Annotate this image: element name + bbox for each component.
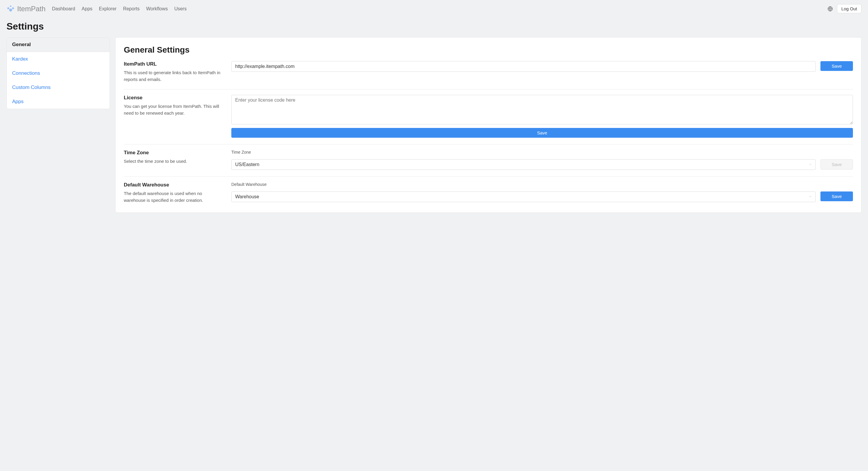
nav-reports[interactable]: Reports (123, 6, 140, 11)
itempath-url-input[interactable] (231, 61, 816, 72)
license-label: License (124, 95, 224, 101)
content: General Settings ItemPath URL This is us… (115, 37, 862, 213)
license-save-button[interactable]: Save (231, 128, 853, 138)
setting-itempath-url: ItemPath URL This is used to generate li… (124, 61, 853, 90)
license-textarea[interactable] (231, 95, 853, 124)
warehouse-desc: The default warehouse is used when no wa… (124, 190, 224, 203)
warehouse-select[interactable]: Warehouse (231, 191, 816, 202)
svg-point-1 (7, 7, 9, 9)
setting-left: ItemPath URL This is used to generate li… (124, 61, 224, 83)
itempath-url-label: ItemPath URL (124, 61, 224, 67)
warehouse-label: Default Warehouse (124, 182, 224, 188)
license-desc: You can get your license from ItemPath. … (124, 103, 224, 117)
logo-icon (6, 5, 15, 13)
timezone-value: US/Eastern (235, 162, 259, 167)
topbar-right: Log Out (828, 4, 862, 13)
itempath-url-save-button[interactable]: Save (820, 61, 853, 71)
layout: General Kardex Connections Custom Column… (0, 37, 868, 219)
nav-links: Dashboard Apps Explorer Reports Workflow… (52, 6, 828, 11)
nav-dashboard[interactable]: Dashboard (52, 6, 75, 11)
warehouse-sublabel: Default Warehouse (231, 182, 853, 187)
svg-point-0 (10, 5, 11, 7)
setting-warehouse: Default Warehouse The default warehouse … (124, 177, 853, 203)
setting-timezone: Time Zone Select the time zone to be use… (124, 145, 853, 177)
setting-right: Default Warehouse Warehouse Save (231, 182, 853, 203)
setting-right: Save (231, 95, 853, 138)
logout-button[interactable]: Log Out (837, 4, 862, 13)
timezone-sublabel: Time Zone (231, 150, 853, 155)
sidebar-item-apps[interactable]: Apps (7, 95, 110, 109)
page-title: Settings (0, 18, 868, 37)
logo-text: ItemPath (17, 5, 45, 13)
nav-workflows[interactable]: Workflows (146, 6, 168, 11)
warehouse-save-button[interactable]: Save (820, 191, 853, 201)
warehouse-value: Warehouse (235, 194, 259, 199)
warehouse-select-wrap: Warehouse (231, 191, 816, 202)
nav-explorer[interactable]: Explorer (99, 6, 117, 11)
input-row: US/Eastern Save (231, 159, 853, 170)
nav-apps[interactable]: Apps (82, 6, 92, 11)
sidebar-item-general[interactable]: General (7, 37, 110, 52)
timezone-select[interactable]: US/Eastern (231, 159, 816, 170)
globe-icon[interactable] (828, 6, 833, 11)
setting-left: License You can get your license from It… (124, 95, 224, 138)
sidebar-item-kardex[interactable]: Kardex (7, 52, 110, 66)
timezone-select-wrap: US/Eastern (231, 159, 816, 170)
setting-right: Time Zone US/Eastern Save (231, 150, 853, 170)
logo-section[interactable]: ItemPath (6, 5, 45, 13)
topbar: ItemPath Dashboard Apps Explorer Reports… (0, 0, 868, 18)
itempath-url-desc: This is used to generate links back to I… (124, 69, 224, 83)
setting-license: License You can get your license from It… (124, 90, 853, 145)
timezone-desc: Select the time zone to be used. (124, 158, 224, 165)
setting-left: Default Warehouse The default warehouse … (124, 182, 224, 203)
setting-left: Time Zone Select the time zone to be use… (124, 150, 224, 170)
setting-right: Save (231, 61, 853, 83)
sidebar-item-connections[interactable]: Connections (7, 66, 110, 81)
timezone-save-button: Save (820, 159, 853, 169)
input-row: Warehouse Save (231, 191, 853, 202)
content-title: General Settings (124, 45, 853, 55)
sidebar-item-custom-columns[interactable]: Custom Columns (7, 81, 110, 95)
sidebar: General Kardex Connections Custom Column… (6, 37, 110, 109)
svg-point-3 (9, 8, 12, 11)
svg-point-2 (12, 7, 14, 9)
timezone-label: Time Zone (124, 150, 224, 156)
input-row: Save (231, 61, 853, 72)
nav-users[interactable]: Users (174, 6, 187, 11)
